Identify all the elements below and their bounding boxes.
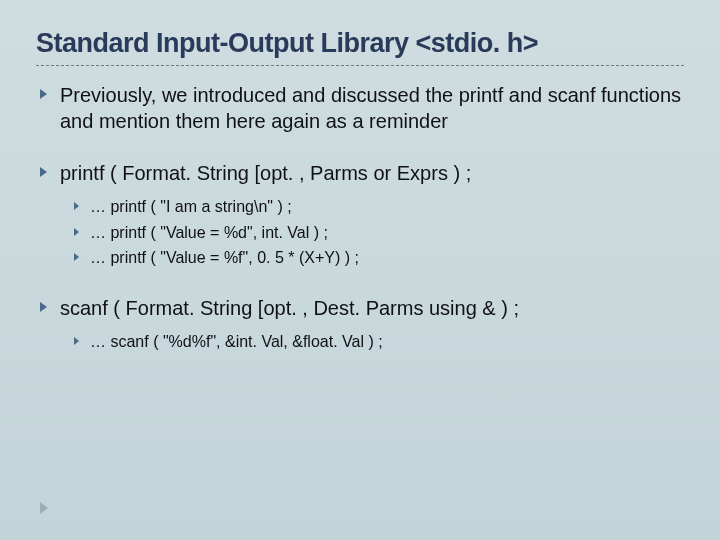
bullet-1-text: Previously, we introduced and discussed … bbox=[60, 84, 681, 132]
bullet-3-sub-1: … scanf ( "%d%f", &int. Val, &float. Val… bbox=[60, 331, 684, 353]
bullet-2-text: printf ( Format. String [opt. , Parms or… bbox=[60, 162, 471, 184]
bullet-3: scanf ( Format. String [opt. , Dest. Par… bbox=[36, 295, 684, 353]
slide-title: Standard Input-Output Library <stdio. h> bbox=[36, 28, 684, 59]
bullet-2-sub-2: … printf ( "Value = %d", int. Val ) ; bbox=[60, 222, 684, 244]
bullet-3-text: scanf ( Format. String [opt. , Dest. Par… bbox=[60, 297, 519, 319]
footer-arrow-icon bbox=[40, 502, 48, 514]
bullet-1: Previously, we introduced and discussed … bbox=[36, 82, 684, 134]
slide: Standard Input-Output Library <stdio. h>… bbox=[0, 0, 720, 540]
bullet-2-sub-1: … printf ( "I am a string\n" ) ; bbox=[60, 196, 684, 218]
bullet-2: printf ( Format. String [opt. , Parms or… bbox=[36, 160, 684, 269]
bullet-list: Previously, we introduced and discussed … bbox=[36, 82, 684, 352]
title-divider bbox=[36, 65, 684, 66]
bullet-2-sub-3: … printf ( "Value = %f", 0. 5 * (X+Y) ) … bbox=[60, 247, 684, 269]
bullet-3-sublist: … scanf ( "%d%f", &int. Val, &float. Val… bbox=[60, 331, 684, 353]
bullet-2-sublist: … printf ( "I am a string\n" ) ; … print… bbox=[60, 196, 684, 269]
